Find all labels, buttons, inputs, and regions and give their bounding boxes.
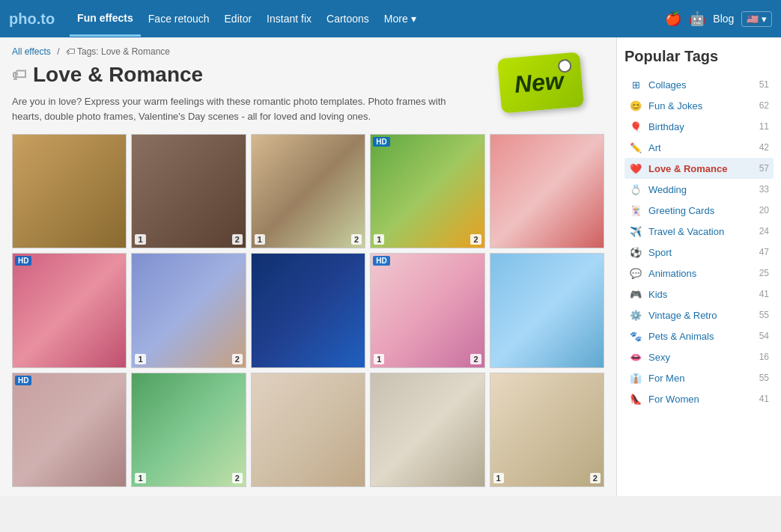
nav-instant-fix[interactable]: Instant fix <box>259 2 319 35</box>
nav-cartoons[interactable]: Cartoons <box>319 2 377 35</box>
hd-badge: HD <box>373 256 389 266</box>
page-description: Are you in love? Express your warm feeli… <box>12 94 476 123</box>
tag-pets-animals[interactable]: 🐾 Pets & Animals 54 <box>625 325 774 346</box>
tag-count: 41 <box>759 289 769 299</box>
photo-num-2: 2 <box>351 234 362 245</box>
title-icon: 🏷 <box>12 67 27 84</box>
tag-art[interactable]: ✏️ Art 42 <box>625 137 774 158</box>
tag-count: 20 <box>759 205 769 215</box>
kids-icon: 🎮 <box>629 287 642 301</box>
pets-icon: 🐾 <box>629 329 642 343</box>
tag-wedding[interactable]: 💍 Wedding 33 <box>625 179 774 200</box>
photo-item[interactable] <box>251 373 365 487</box>
android-icon[interactable]: 🤖 <box>689 10 705 27</box>
tag-greeting-cards[interactable]: 🃏 Greeting Cards 20 <box>625 200 774 221</box>
nav-more[interactable]: More ▾ <box>377 2 424 35</box>
popular-tags-title: Popular Tags <box>625 48 774 65</box>
photo-num-2: 2 <box>470 234 481 245</box>
photo-num-1: 1 <box>374 354 384 364</box>
content-area: All effects / 🏷 Tags: Love & Romance 🏷 L… <box>0 37 616 496</box>
art-icon: ✏️ <box>629 141 642 154</box>
tag-for-women[interactable]: 👠 For Women 41 <box>625 388 774 409</box>
sexy-icon: 👄 <box>629 350 642 364</box>
tag-collages[interactable]: ⊞ Collages 51 <box>625 74 774 95</box>
photo-num-1: 1 <box>255 234 265 245</box>
photo-num-1: 1 <box>493 473 504 483</box>
new-badge-container: New <box>499 55 582 110</box>
photo-num-1: 1 <box>135 234 145 245</box>
tag-count: 25 <box>759 268 769 278</box>
for-men-icon: 👔 <box>629 371 642 385</box>
tag-label: Sport <box>648 247 759 258</box>
photo-item[interactable] <box>370 373 484 487</box>
photo-item[interactable]: HD <box>12 373 127 487</box>
photo-item[interactable]: 1 2 <box>251 134 365 248</box>
breadcrumb-all-effects[interactable]: All effects <box>12 46 51 57</box>
tag-label: Wedding <box>648 184 759 195</box>
apple-icon[interactable]: 🍎 <box>665 10 681 27</box>
photo-item[interactable] <box>490 134 604 248</box>
tag-vintage-retro[interactable]: ⚙️ Vintage & Retro 55 <box>625 305 774 325</box>
greeting-cards-icon: 🃏 <box>629 204 642 217</box>
tag-birthday[interactable]: 🎈 Birthday 11 <box>625 116 774 137</box>
sidebar: Popular Tags ⊞ Collages 51 😊 Fun & Jokes… <box>616 37 781 496</box>
tag-travel-vacation[interactable]: ✈️ Travel & Vacation 24 <box>625 221 774 242</box>
photo-num-2: 2 <box>232 473 243 483</box>
nav-face-retouch[interactable]: Face retouch <box>141 2 217 35</box>
nav-fun-effects[interactable]: Fun effects <box>70 1 141 37</box>
photo-num-2: 2 <box>232 354 243 364</box>
photo-item[interactable] <box>490 253 604 367</box>
tag-label: Sexy <box>648 352 759 363</box>
tag-count: 51 <box>759 79 769 90</box>
photo-item[interactable] <box>251 253 365 367</box>
main-layout: All effects / 🏷 Tags: Love & Romance 🏷 L… <box>0 37 781 496</box>
sport-icon: ⚽ <box>629 245 642 259</box>
photo-num-1: 1 <box>135 354 145 364</box>
tag-label: Fun & Jokes <box>648 100 759 111</box>
site-header: pho.to Fun effects Face retouch Editor I… <box>0 0 781 37</box>
tag-label: Kids <box>648 289 759 300</box>
tag-label: Collages <box>648 79 759 91</box>
photo-item[interactable]: 1 2 <box>490 373 604 487</box>
tag-love-romance[interactable]: ❤️ Love & Romance 57 <box>625 158 774 179</box>
tag-icon: 🏷 <box>66 46 75 57</box>
photo-item[interactable]: HD 1 2 <box>370 253 484 367</box>
tag-fun-jokes[interactable]: 😊 Fun & Jokes 62 <box>625 95 774 116</box>
photo-item[interactable]: HD <box>12 253 127 367</box>
tag-count: 47 <box>759 247 769 257</box>
tag-count: 57 <box>759 163 769 174</box>
tag-label: For Women <box>648 394 759 405</box>
photo-item[interactable]: 1 2 <box>131 253 246 367</box>
tag-count: 11 <box>759 121 769 132</box>
tag-count: 42 <box>759 142 769 153</box>
tag-label: Greeting Cards <box>648 205 759 216</box>
tag-sport[interactable]: ⚽ Sport 47 <box>625 242 774 263</box>
photo-item[interactable] <box>12 134 127 248</box>
hd-badge: HD <box>373 137 389 147</box>
tag-label: Travel & Vacation <box>648 226 759 237</box>
tag-for-men[interactable]: 👔 For Men 55 <box>625 367 774 388</box>
fun-jokes-icon: 😊 <box>629 99 642 112</box>
blog-link[interactable]: Blog <box>713 13 734 25</box>
photo-item[interactable]: 1 2 <box>131 373 246 487</box>
tag-sexy[interactable]: 👄 Sexy 16 <box>625 346 774 367</box>
wedding-icon: 💍 <box>629 183 642 196</box>
photo-item[interactable]: HD 1 2 <box>370 134 484 248</box>
tag-label: Pets & Animals <box>648 331 759 342</box>
nav-editor[interactable]: Editor <box>217 2 260 35</box>
photo-num-2: 2 <box>470 354 481 364</box>
hd-badge: HD <box>15 376 31 385</box>
birthday-icon: 🎈 <box>629 120 642 133</box>
tag-kids[interactable]: 🎮 Kids 41 <box>625 284 774 305</box>
language-selector[interactable]: 🇺🇸 ▾ <box>741 11 772 27</box>
photo-grid: 1 2 1 2 HD 1 2 HD <box>12 134 604 487</box>
tag-animations[interactable]: 💬 Animations 25 <box>625 263 774 284</box>
tag-label: Love & Romance <box>648 163 759 174</box>
vintage-icon: ⚙️ <box>629 308 642 322</box>
photo-num-1: 1 <box>135 473 145 483</box>
photo-item[interactable]: 1 2 <box>131 134 246 248</box>
tag-label: Birthday <box>648 121 759 132</box>
logo[interactable]: pho.to <box>9 10 55 28</box>
new-badge: New <box>497 52 584 113</box>
photo-num-1: 1 <box>374 234 384 245</box>
